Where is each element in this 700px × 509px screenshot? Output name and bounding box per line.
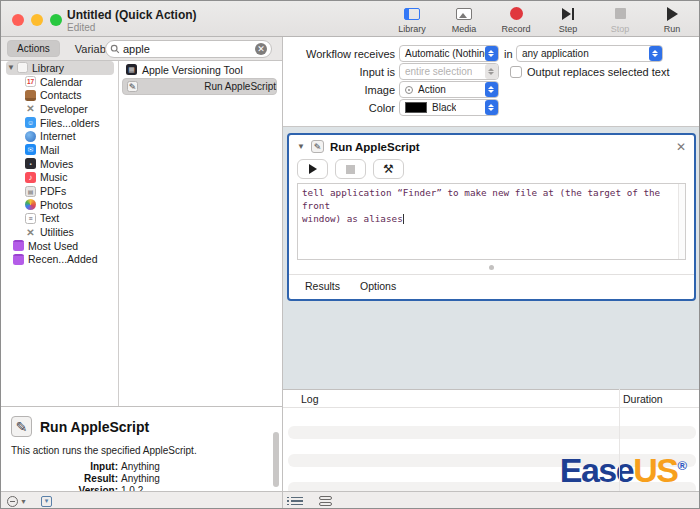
input-is-select[interactable]: entire selection [399,63,499,80]
sidebar-item-most-used[interactable]: Most Used [1,239,118,253]
log-column-header: Log [301,393,319,405]
sidebar-item-mail[interactable]: ✉ Mail [1,143,118,157]
sidebar-item-photos[interactable]: Photos [1,198,118,212]
sidebar-item-developer[interactable]: ✕ Developer [1,102,118,116]
right-footer-bar [283,491,700,509]
text-caret [403,214,404,224]
workflow-receives-select[interactable]: Automatic (Nothing) [399,45,499,62]
stop-square-icon [346,165,355,174]
stop-script-button[interactable] [335,159,366,179]
stepper-icon [485,46,498,61]
action-item-apple-versioning-tool[interactable]: ▦ Apple Versioning Tool [122,62,277,77]
run-button[interactable]: Run [653,5,691,34]
step-button[interactable]: Step [549,5,587,34]
input-is-label: Input is [285,66,395,78]
contacts-icon [25,90,36,101]
list-view-icon[interactable] [291,497,303,506]
mail-icon: ✉ [25,144,36,155]
pdf-icon: ▤ [25,186,36,197]
black-color-swatch [405,102,427,113]
photos-icon [25,199,36,210]
action-item-run-applescript[interactable]: Run AppleScript [122,78,277,95]
output-replaces-checkbox[interactable] [510,66,522,78]
applescript-code-editor[interactable]: tell application “Finder” to make new fi… [297,183,686,260]
library-icon [404,8,420,20]
log-body: EaseUS® [283,408,700,491]
record-button[interactable]: Record [497,5,535,34]
clear-search-icon[interactable]: ✕ [255,43,267,55]
search-input[interactable] [120,43,255,55]
results-disclosure[interactable]: Results [305,280,340,292]
in-label: in [504,48,516,60]
stop-icon [615,8,626,19]
description-scrollbar[interactable] [273,432,279,487]
close-action-icon[interactable]: ✕ [676,140,686,154]
sidebar-item-files-folders[interactable]: ☺ Files...olders [1,116,118,130]
run-script-button[interactable] [297,159,328,179]
title-bar: Untitled (Quick Action) Edited Library M… [1,1,699,37]
traffic-lights [12,14,62,26]
play-icon [309,164,317,174]
chevron-down-icon[interactable]: ▼ [7,63,17,72]
stepper-icon [485,100,498,115]
description-text: This action runs the specified AppleScri… [11,445,282,456]
log-column-divider [619,389,620,491]
log-header: Log Duration [283,389,700,408]
options-disclosure[interactable]: Options [360,280,396,292]
sidebar-item-music[interactable]: ♪ Music [1,171,118,185]
sidebar-item-movies[interactable]: ▪ Movies [1,157,118,171]
movies-icon: ▪ [25,158,36,169]
resize-handle[interactable] [489,265,494,270]
sidebar-item-calendar[interactable]: 17 Calendar [1,75,118,89]
compile-script-button[interactable]: ⚒ [373,159,404,179]
color-select[interactable]: Black [399,99,499,116]
media-button[interactable]: Media [445,5,483,34]
developer-icon: ✕ [25,103,36,114]
window-edited-status: Edited [67,22,95,33]
image-select[interactable]: Action [399,81,499,98]
applescript-icon: ✎ [311,140,324,153]
globe-icon [25,131,36,142]
sidebar-item-utilities[interactable]: ✕ Utilities [1,225,118,239]
minimize-window-button[interactable] [31,14,43,26]
action-panel-title: Run AppleScript [330,141,676,153]
applescript-icon [127,81,138,92]
close-window-button[interactable] [12,14,24,26]
image-label: Image [285,84,395,96]
text-icon: ≡ [25,213,36,224]
search-field[interactable]: ✕ [105,40,272,58]
output-replaces-label: Output replaces selected text [527,66,697,78]
workflow-receives-label: Workflow receives [285,48,395,60]
sidebar-item-recently-added[interactable]: Recen...Added [1,253,118,267]
sidebar-item-text[interactable]: ≡ Text [1,212,118,226]
sidebar-item-pdfs[interactable]: ▤ PDFs [1,184,118,198]
calendar-icon: 17 [25,76,36,87]
toolbar: Library Media Record Step Stop Run [393,5,691,34]
sidebar-item-library[interactable]: ▼ Library [1,61,118,75]
zoom-window-button[interactable] [50,14,62,26]
chevron-down-icon[interactable]: ▼ [20,498,27,505]
library-button[interactable]: Library [393,5,431,34]
code-scrollbar[interactable] [678,184,685,259]
tab-actions[interactable]: Actions [7,40,60,57]
stop-button[interactable]: Stop [601,5,639,34]
collapse-chevron-icon[interactable]: ▼ [297,142,305,151]
media-icon [456,8,472,20]
workflow-canvas: ▼ ✎ Run AppleScript ✕ ⚒ tell application… [283,126,700,389]
log-placeholder-row [288,426,696,439]
workflow-view-icon[interactable] [319,496,332,506]
finder-icon: ☺ [25,117,36,128]
sidebar-item-contacts[interactable]: Contacts [1,88,118,102]
automator-window: Untitled (Quick Action) Edited Library M… [0,0,700,509]
applescript-icon: ✎ [11,416,32,437]
run-applescript-action-panel[interactable]: ▼ ✎ Run AppleScript ✕ ⚒ tell application… [287,133,696,301]
stepper-icon [485,64,498,79]
media-browser-icon[interactable]: ▾ [41,496,52,507]
search-icon [110,44,120,54]
workflow-settings: Workflow receives Automatic (Nothing) in… [283,37,700,126]
remove-action-icon[interactable] [7,496,18,507]
utilities-icon: ✕ [25,227,36,238]
in-application-select[interactable]: any application [516,45,663,62]
action-image-icon [405,86,413,94]
sidebar-item-internet[interactable]: Internet [1,129,118,143]
